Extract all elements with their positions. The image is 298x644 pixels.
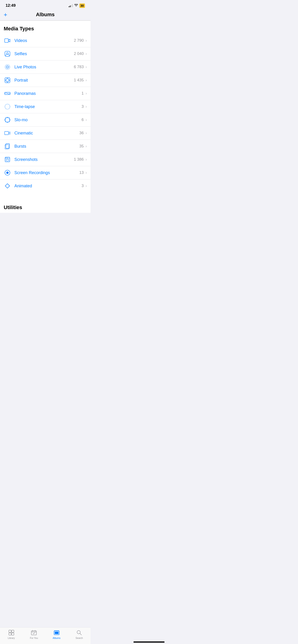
battery-icon: 30 — [79, 4, 85, 8]
svg-rect-8 — [6, 79, 9, 82]
timelapse-count: 3 — [82, 104, 84, 109]
wifi-icon — [74, 4, 78, 8]
list-item-timelapse[interactable]: Time-lapse 3 › — [0, 100, 91, 113]
slomo-icon — [4, 116, 11, 124]
media-types-title: Media Types — [4, 26, 34, 32]
svg-point-31 — [6, 158, 6, 158]
svg-rect-34 — [6, 159, 9, 161]
screenshots-label: Screenshots — [15, 157, 74, 162]
screen-recordings-label: Screen Recordings — [15, 170, 79, 175]
svg-point-14 — [5, 104, 10, 109]
list-item-selfies[interactable]: Selfies 2 040 › — [0, 47, 91, 60]
list-item-cinematic[interactable]: Cinematic 36 › — [0, 126, 91, 140]
timelapse-label: Time-lapse — [15, 104, 82, 109]
cinematic-chevron: › — [86, 131, 87, 135]
slomo-label: Slo-mo — [15, 118, 82, 122]
slomo-count: 6 — [82, 118, 84, 122]
panoramas-chevron: › — [86, 91, 87, 96]
cinematic-label: Cinematic — [15, 131, 79, 136]
timelapse-chevron: › — [86, 104, 87, 109]
portrait-count: 1 435 — [74, 78, 84, 82]
utilities-section: Utilities — [0, 199, 91, 213]
screen-recording-icon — [4, 169, 11, 176]
list-item-slomo[interactable]: Slo-mo 6 › — [0, 113, 91, 126]
nav-bar: + Albums — [0, 10, 91, 20]
media-types-header: Media Types — [0, 21, 91, 34]
live-photos-label: Live Photos — [15, 65, 74, 70]
portrait-chevron: › — [86, 78, 87, 82]
svg-line-20 — [6, 118, 6, 118]
content-area: Media Types Videos 2 790 › — [0, 21, 91, 213]
selfies-label: Selfies — [15, 52, 74, 56]
utilities-title: Utilities — [4, 204, 22, 210]
page-title: Albums — [36, 12, 55, 18]
svg-rect-1 — [5, 39, 8, 42]
svg-point-33 — [8, 158, 8, 158]
list-item-bursts[interactable]: Bursts 35 › — [0, 140, 91, 153]
live-photos-icon — [4, 63, 11, 71]
list-item-videos[interactable]: Videos 2 790 › — [0, 34, 91, 47]
selfie-icon — [4, 50, 11, 58]
status-time: 12:49 — [6, 3, 16, 8]
list-item-live-photos[interactable]: Live Photos 6 783 › — [0, 60, 91, 74]
animated-count: 3 — [82, 184, 84, 188]
utilities-header: Utilities — [0, 199, 91, 213]
portrait-label: Portrait — [15, 78, 74, 83]
bursts-chevron: › — [86, 144, 87, 148]
bursts-count: 35 — [79, 144, 84, 148]
list-item-panoramas[interactable]: Panoramas 1 › — [0, 87, 91, 100]
svg-point-36 — [6, 172, 9, 174]
videos-label: Videos — [15, 38, 74, 43]
live-photos-chevron: › — [86, 65, 87, 69]
svg-point-3 — [7, 52, 8, 54]
list-item-screen-recordings[interactable]: Screen Recordings 13 › — [0, 166, 91, 180]
svg-line-23 — [9, 121, 9, 122]
signal-bars-icon — [69, 4, 73, 7]
animated-label: Animated — [15, 184, 82, 188]
live-photos-count: 6 783 — [74, 65, 84, 69]
selfies-chevron: › — [86, 52, 87, 56]
videos-chevron: › — [86, 38, 87, 43]
cinematic-count: 36 — [79, 131, 84, 136]
bursts-icon — [4, 142, 11, 150]
svg-point-32 — [7, 158, 7, 158]
status-icons: 30 — [69, 4, 85, 8]
bursts-label: Bursts — [15, 144, 79, 149]
list-item-portrait[interactable]: Portrait 1 435 › — [0, 74, 91, 87]
slomo-chevron: › — [86, 118, 87, 122]
animated-icon — [4, 182, 11, 190]
svg-line-21 — [9, 118, 9, 118]
svg-line-22 — [6, 121, 6, 122]
svg-point-4 — [7, 66, 8, 68]
screenshots-chevron: › — [86, 158, 87, 162]
list-item-screenshots[interactable]: Screenshots 1 386 › — [0, 153, 91, 166]
cinematic-icon — [4, 129, 11, 137]
list-item-animated[interactable]: Animated 3 › — [0, 180, 91, 192]
svg-rect-24 — [5, 132, 9, 135]
panoramas-count: 1 — [82, 91, 84, 96]
svg-point-0 — [76, 6, 76, 6]
video-icon — [4, 37, 11, 44]
timelapse-icon — [4, 103, 11, 110]
screenshots-count: 1 386 — [74, 157, 84, 162]
panorama-icon — [4, 90, 11, 97]
screenshot-icon — [4, 156, 11, 163]
videos-count: 2 790 — [74, 38, 84, 43]
animated-chevron: › — [86, 184, 87, 188]
screen-recordings-count: 13 — [79, 170, 84, 175]
screen-recordings-chevron: › — [86, 170, 87, 175]
status-bar: 12:49 30 — [0, 0, 91, 10]
portrait-icon — [4, 76, 11, 84]
add-album-button[interactable]: + — [4, 11, 7, 18]
svg-point-5 — [6, 65, 9, 68]
panoramas-label: Panoramas — [15, 91, 82, 96]
selfies-count: 2 040 — [74, 52, 84, 56]
